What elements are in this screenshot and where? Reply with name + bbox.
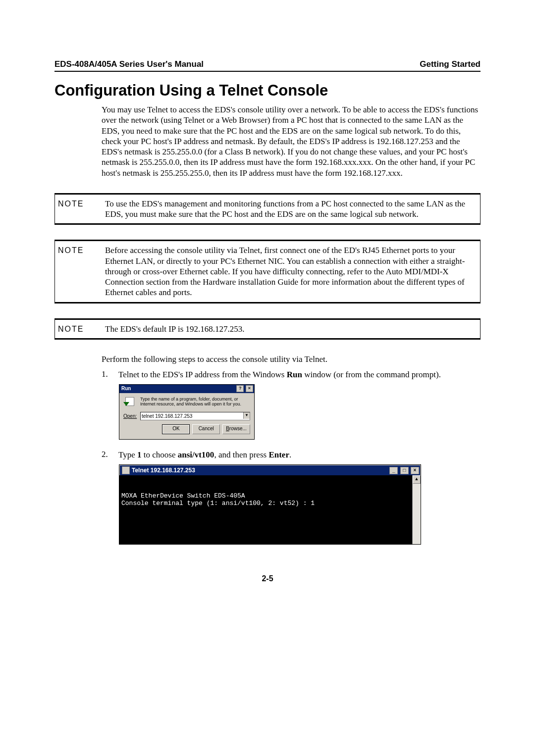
note-text-1: To use the EDS's management and monitori… — [105, 199, 475, 220]
note-label: NOTE — [55, 324, 105, 334]
text: . — [289, 450, 291, 459]
text: to choose — [142, 450, 178, 459]
note-label: NOTE — [55, 199, 105, 220]
text-bold: ansi/vt100 — [178, 450, 214, 459]
scroll-track[interactable] — [413, 484, 421, 544]
run-icon — [123, 397, 137, 409]
cancel-button[interactable]: Cancel — [192, 424, 220, 434]
manual-title: EDS-408A/405A Series User's Manual — [54, 59, 204, 69]
section-title: Getting Started — [420, 59, 481, 69]
note-box-1: NOTE To use the EDS's management and mon… — [54, 193, 481, 225]
text: , and then press — [214, 450, 268, 459]
close-button[interactable]: × — [411, 467, 419, 474]
minimize-button[interactable]: _ — [389, 467, 398, 474]
header-rule — [54, 71, 481, 72]
scroll-up-icon[interactable]: ▲ — [413, 475, 421, 484]
telnet-terminal[interactable]: MOXA EtherDevice Switch EDS-405A Console… — [119, 475, 412, 544]
note-text-3: The EDS's default IP is 192.168.127.253. — [105, 324, 475, 334]
run-dialog-title: Run — [121, 386, 131, 391]
step-2-number: 2. — [102, 450, 118, 460]
help-button[interactable]: ? — [236, 385, 244, 392]
telnet-app-icon — [122, 466, 130, 474]
page-heading: Configuration Using a Telnet Console — [54, 82, 481, 100]
intro-paragraph: You may use Telnet to access the EDS's c… — [102, 104, 481, 178]
step-1-text: Telnet to the EDS's IP address from the … — [118, 369, 481, 380]
run-dialog: Run ? × Type the name of a program, fold… — [119, 384, 255, 440]
maximize-button[interactable]: □ — [400, 467, 409, 474]
text-bold: Enter — [268, 450, 289, 459]
text: Telnet to the EDS's IP address from the … — [118, 370, 287, 379]
run-dialog-titlebar[interactable]: Run ? × — [119, 385, 254, 393]
text: Type — [118, 450, 137, 459]
dropdown-arrow-icon[interactable]: ▼ — [243, 412, 250, 419]
scrollbar[interactable]: ▲ — [412, 475, 421, 544]
run-description: Type the name of a program, folder, docu… — [140, 397, 250, 409]
browse-button[interactable]: Browse... — [222, 424, 250, 434]
note-text-2: Before accessing the console utility via… — [105, 245, 475, 298]
telnet-titlebar[interactable]: Telnet 192.168.127.253 _ □ × — [119, 465, 421, 475]
note-box-2: NOTE Before accessing the console utilit… — [54, 240, 481, 303]
steps-intro: Perform the following steps to access th… — [102, 354, 481, 364]
step-1-number: 1. — [102, 369, 118, 380]
text-bold: Run — [287, 370, 302, 379]
step-1: 1. Telnet to the EDS's IP address from t… — [102, 369, 481, 380]
open-label: Open: — [123, 413, 137, 419]
open-input[interactable]: telnet 192.168.127.253 ▼ — [140, 412, 250, 420]
page-number: 2-5 — [54, 574, 481, 583]
text: window (or from the command prompt). — [302, 370, 441, 379]
telnet-title-text: Telnet 192.168.127.253 — [132, 467, 195, 474]
ok-button[interactable]: OK — [162, 424, 190, 434]
text-bold: 1 — [137, 450, 142, 459]
telnet-window: Telnet 192.168.127.253 _ □ × MOXA EtherD… — [119, 464, 421, 545]
close-button[interactable]: × — [246, 385, 253, 392]
step-2-text: Type 1 to choose ansi/vt100, and then pr… — [118, 450, 481, 460]
note-box-3: NOTE The EDS's default IP is 192.168.127… — [54, 318, 481, 340]
open-input-value: telnet 192.168.127.253 — [142, 413, 192, 419]
terminal-line-1: MOXA EtherDevice Switch EDS-405A — [121, 492, 245, 500]
terminal-line-2: Console terminal type (1: ansi/vt100, 2:… — [121, 500, 315, 507]
step-2: 2. Type 1 to choose ansi/vt100, and then… — [102, 450, 481, 460]
note-label: NOTE — [55, 245, 105, 298]
